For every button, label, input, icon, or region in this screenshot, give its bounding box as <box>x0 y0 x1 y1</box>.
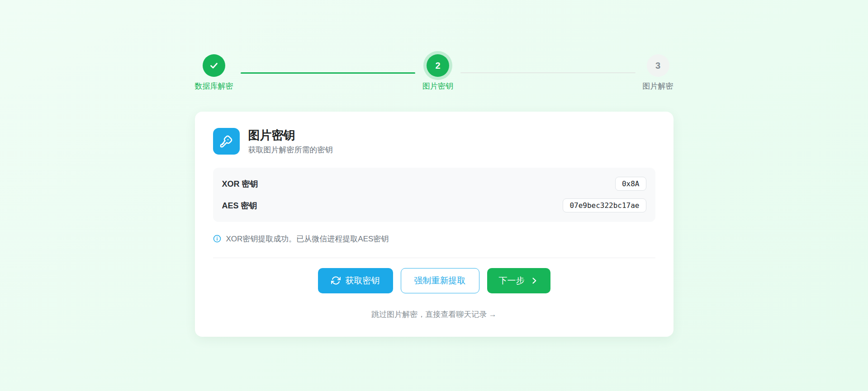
next-step-button[interactable]: 下一步 <box>487 268 550 293</box>
step-image-decrypt: 3 图片解密 <box>643 54 674 91</box>
step-2-circle: 2 <box>427 54 449 77</box>
aes-key-label: AES 密钥 <box>222 200 257 211</box>
refresh-icon <box>331 276 341 285</box>
step-image-key: 2 图片密钥 <box>422 54 453 91</box>
fetch-key-button[interactable]: 获取密钥 <box>318 268 393 293</box>
step-1-label: 数据库解密 <box>195 81 233 91</box>
aes-key-value: 07e9bec322bc17ae <box>563 198 646 212</box>
key-icon-glyph <box>219 134 233 149</box>
step-1-circle <box>203 54 225 77</box>
stepper-connector-todo <box>460 72 636 73</box>
card-header-text: 图片密钥 获取图片解密所需的密钥 <box>248 128 333 155</box>
wizard-page: 数据库解密 2 图片密钥 3 图片解密 图片密钥 <box>195 0 674 337</box>
check-icon <box>209 60 219 71</box>
status-row: XOR密钥提取成功。已从微信进程提取AES密钥 <box>213 234 655 244</box>
divider <box>213 258 655 258</box>
stepper-connector-done <box>241 72 416 74</box>
status-message: XOR密钥提取成功。已从微信进程提取AES密钥 <box>226 234 389 244</box>
next-step-label: 下一步 <box>499 275 525 287</box>
step-3-circle: 3 <box>647 54 669 77</box>
xor-key-label: XOR 密钥 <box>222 179 258 189</box>
key-icon <box>213 128 240 155</box>
actions-row: 获取密钥 强制重新提取 下一步 <box>213 268 655 293</box>
key-values-panel: XOR 密钥 0x8A AES 密钥 07e9bec322bc17ae <box>213 168 655 222</box>
xor-key-row: XOR 密钥 0x8A <box>222 173 646 195</box>
fetch-key-label: 获取密钥 <box>346 275 380 287</box>
aes-key-row: AES 密钥 07e9bec322bc17ae <box>222 195 646 217</box>
chevron-right-icon <box>530 276 539 285</box>
stepper: 数据库解密 2 图片密钥 3 图片解密 <box>195 54 674 91</box>
image-key-card: 图片密钥 获取图片解密所需的密钥 XOR 密钥 0x8A AES 密钥 07e9… <box>195 112 674 337</box>
skip-link[interactable]: 跳过图片解密，直接查看聊天记录 → <box>371 310 497 319</box>
step-database-decrypt: 数据库解密 <box>195 54 233 91</box>
card-header: 图片密钥 获取图片解密所需的密钥 <box>213 128 655 155</box>
skip-row: 跳过图片解密，直接查看聊天记录 → <box>213 309 655 320</box>
step-2-label: 图片密钥 <box>422 81 453 91</box>
force-reextract-label: 强制重新提取 <box>414 275 466 287</box>
force-reextract-button[interactable]: 强制重新提取 <box>401 268 479 293</box>
card-title: 图片密钥 <box>248 128 333 143</box>
xor-key-value: 0x8A <box>615 177 646 191</box>
step-3-label: 图片解密 <box>643 81 674 91</box>
card-subtitle: 获取图片解密所需的密钥 <box>248 145 333 155</box>
info-icon <box>213 235 221 243</box>
